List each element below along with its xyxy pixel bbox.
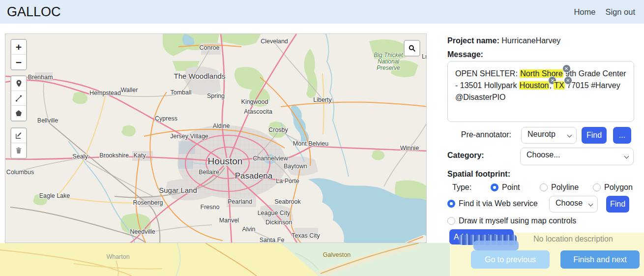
type-radio-point[interactable] [491,184,498,191]
project-name-row: Project name: HurricaneHarvey [447,36,560,45]
map-search-button[interactable] [405,41,419,56]
map-container[interactable]: ConroeClevelandThe WoodlandsHempsteadWal… [5,33,427,243]
pre-annotator-label: Pre-annotator: [454,130,511,139]
edit-toolbar [10,127,27,159]
message-entity-highlight[interactable]: Houston✕ [519,81,550,90]
finish-next-button[interactable]: Finish and next [560,250,640,269]
project-name-label: Project name: [447,36,499,45]
go-previous-button[interactable]: Go to previous [471,250,550,269]
zoom-control: + − [10,39,27,70]
status-text: No location description [533,235,613,244]
category-select[interactable]: Choose... [520,148,634,165]
project-name-value: HurricaneHarvey [501,36,560,45]
app-brand[interactable]: GALLOC [7,4,61,20]
type-radio-polygon[interactable] [593,184,601,191]
pre-annotator-more-button[interactable]: ... [613,127,631,144]
nav-links: HomeSign out [574,7,635,17]
annotation-panel: Project name: HurricaneHarvey Message: O… [447,33,644,276]
draw-polygon-button[interactable] [11,106,26,121]
trash-icon [15,147,23,154]
type-option-polyline[interactable]: Polyline [540,183,579,192]
marker-pin-icon [15,79,23,88]
message-entity-highlight[interactable]: North Shore✕ [520,69,563,78]
draw-option-radio[interactable] [447,217,455,225]
web-service-find-button[interactable]: Find [606,196,629,213]
zoom-in-button[interactable]: + [11,40,26,55]
remove-entity-button[interactable]: ✕ [562,64,571,73]
web-service-label: Find it via Web service [459,199,538,208]
category-label: Category: [447,151,484,160]
polyline-icon [15,94,23,102]
category-value: Choose... [527,151,560,159]
nav-link-home[interactable]: Home [574,7,595,17]
web-service-radio[interactable] [447,200,455,208]
type-option-label: Polyline [551,183,579,191]
pre-annotator-select[interactable]: Neurotp [521,127,577,144]
polygon-icon [15,109,23,117]
draw-option-label: Draw it myself using map controls [459,216,576,225]
type-radio-polyline[interactable] [540,184,548,191]
pre-annotator-value: Neurotp [527,130,556,138]
chevron-down-icon [588,202,593,207]
search-icon [408,44,416,53]
edit-layers-button[interactable] [11,128,26,143]
type-label: Type: [452,183,471,192]
remove-entity-button[interactable]: ✕ [564,76,572,85]
type-option-polygon[interactable]: Polygon [593,183,633,192]
type-option-point[interactable]: Point [491,183,520,192]
minus-icon: − [16,57,22,67]
plus-icon: + [16,42,22,52]
chevron-down-icon [624,154,629,159]
pre-annotator-find-button[interactable]: Find [582,127,607,144]
message-label: Message: [447,50,483,59]
web-service-select[interactable]: Choose [549,196,598,213]
web-service-option[interactable]: Find it via Web service [447,199,538,208]
overview-map-strip: WhartonGalveston [0,243,450,276]
delete-layers-button[interactable] [11,143,26,158]
nav-link-sign-out[interactable]: Sign out [605,7,635,17]
draw-option[interactable]: Draw it myself using map controls [447,216,576,225]
map-search-control [404,40,420,57]
spatial-footprint-heading: Spatial footprint: [447,170,510,179]
draw-toolbar [10,75,27,122]
navbar: GALLOC HomeSign out [0,0,644,24]
draw-marker-button[interactable] [11,76,26,91]
message-text: OPEN SHELTER: [455,69,520,78]
type-option-label: Point [502,183,520,191]
web-service-select-value: Choose [556,199,583,207]
edit-icon [15,131,23,140]
message-entity-highlight[interactable]: TX✕ [554,81,564,90]
strip-map-graphic [0,243,450,276]
map-graphic [5,34,427,243]
draw-polyline-button[interactable] [11,91,26,106]
message-box[interactable]: OPEN SHELTER: North Shore✕ 9th Grade Cen… [447,61,634,122]
zoom-out-button[interactable]: − [11,55,26,69]
render-artifact [473,241,519,250]
type-option-label: Polygon [604,183,633,191]
chevron-down-icon [567,133,572,138]
type-row: Type: PointPolylinePolygon [447,183,640,193]
